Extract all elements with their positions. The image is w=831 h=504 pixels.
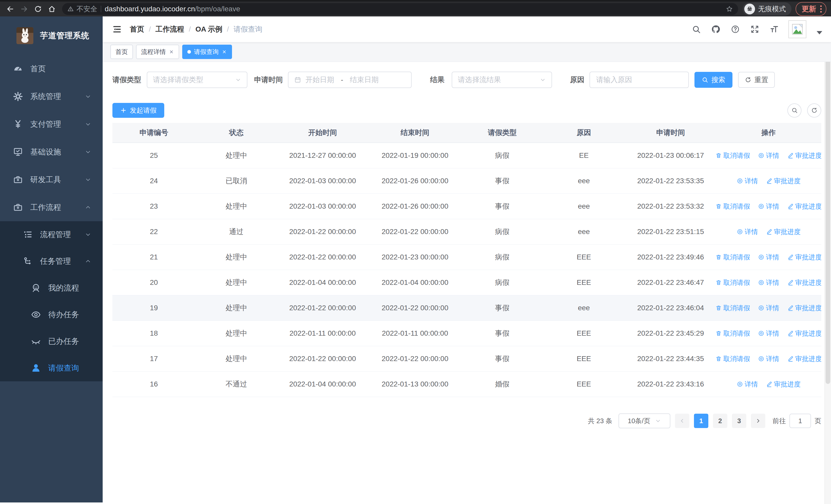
tab-process-detail[interactable]: 流程详情 bbox=[136, 45, 179, 59]
browser-forward-button[interactable] bbox=[19, 3, 30, 14]
action-approval-progress[interactable]: 审批进度 bbox=[787, 329, 822, 338]
cell-start: 2022-01-22 00:00:00 bbox=[278, 253, 368, 261]
action-approval-progress[interactable]: 审批进度 bbox=[766, 380, 801, 389]
breadcrumb-item-home[interactable]: 首页 bbox=[130, 24, 144, 34]
sidebar-collapse-button[interactable] bbox=[111, 24, 123, 35]
pen-icon bbox=[787, 254, 794, 261]
action-cancel-leave[interactable]: 取消请假 bbox=[716, 329, 750, 338]
action-approval-progress[interactable]: 审批进度 bbox=[766, 177, 801, 185]
next-page-button[interactable] bbox=[751, 414, 765, 428]
action-cancel-leave[interactable]: 取消请假 bbox=[716, 278, 750, 287]
sidebar-item-dev-tools[interactable]: 研发工具 bbox=[0, 166, 103, 194]
action-label: 审批进度 bbox=[774, 177, 801, 185]
close-icon[interactable] bbox=[169, 49, 174, 54]
browser-update-button[interactable]: 更新 bbox=[796, 2, 826, 16]
action-approval-progress[interactable]: 审批进度 bbox=[787, 354, 822, 363]
sidebar-item-infrastructure[interactable]: 基础设施 bbox=[0, 138, 103, 166]
goto-page-input[interactable] bbox=[790, 414, 811, 428]
action-view-detail[interactable]: 详情 bbox=[758, 202, 779, 211]
search-icon bbox=[791, 107, 798, 114]
toggle-search-button[interactable] bbox=[787, 103, 801, 118]
action-approval-progress[interactable]: 审批进度 bbox=[787, 304, 822, 313]
sidebar-item-process-management[interactable]: 流程管理 bbox=[0, 221, 103, 248]
sidebar-submenu-workflow: 流程管理任务管理我的流程待办任务已办任务请假查询 bbox=[0, 221, 103, 381]
action-view-detail[interactable]: 详情 bbox=[758, 304, 779, 313]
browser-back-button[interactable] bbox=[5, 3, 16, 14]
browser-reload-button[interactable] bbox=[32, 3, 44, 14]
sidebar-item-task-management[interactable]: 任务管理 bbox=[0, 248, 103, 274]
sidebar-item-label: 研发工具 bbox=[30, 175, 61, 185]
action-approval-progress[interactable]: 审批进度 bbox=[787, 253, 822, 262]
action-view-detail[interactable]: 详情 bbox=[737, 227, 758, 236]
action-cancel-leave[interactable]: 取消请假 bbox=[716, 354, 750, 363]
detail-eye-icon bbox=[758, 152, 765, 159]
font-size-button[interactable] bbox=[769, 24, 780, 35]
yen-icon bbox=[13, 119, 23, 129]
user-menu-caret-icon[interactable] bbox=[816, 31, 822, 34]
sidebar-item-payment-management[interactable]: 支付管理 bbox=[0, 110, 103, 138]
address-bar[interactable]: 不安全 dashboard.yudao.iocoder.cn/bpm/oa/le… bbox=[62, 3, 738, 15]
action-view-detail[interactable]: 详情 bbox=[758, 253, 779, 262]
tab-leave-query[interactable]: 请假查询 bbox=[182, 45, 232, 59]
action-view-detail[interactable]: 详情 bbox=[758, 278, 779, 287]
page-button-2[interactable]: 2 bbox=[713, 414, 727, 428]
window-scrollbar[interactable] bbox=[825, 18, 831, 504]
action-view-detail[interactable]: 详情 bbox=[737, 380, 758, 389]
sidebar-item-home[interactable]: 首页 bbox=[0, 55, 103, 83]
action-cancel-leave[interactable]: 取消请假 bbox=[716, 202, 750, 211]
search-submit-button[interactable]: 搜索 bbox=[694, 72, 733, 88]
action-view-detail[interactable]: 详情 bbox=[737, 177, 758, 185]
action-approval-progress[interactable]: 审批进度 bbox=[766, 227, 801, 236]
result-select[interactable]: 请选择流结果 bbox=[452, 71, 552, 88]
action-cancel-leave[interactable]: 取消请假 bbox=[716, 151, 750, 160]
cell-id: 19 bbox=[112, 304, 195, 312]
apply-date-range-picker[interactable]: 开始日期 - 结束日期 bbox=[288, 71, 412, 88]
cell-id: 21 bbox=[112, 253, 195, 261]
tab-home[interactable]: 首页 bbox=[110, 45, 133, 59]
leave-type-select[interactable]: 请选择请假类型 bbox=[147, 71, 248, 88]
breadcrumb-item-workflow[interactable]: 工作流程 bbox=[155, 24, 184, 34]
page-button-3[interactable]: 3 bbox=[732, 414, 746, 428]
sidebar-item-my-process[interactable]: 我的流程 bbox=[0, 274, 103, 301]
page-button-1[interactable]: 1 bbox=[694, 414, 708, 428]
tags-view-bar: 首页流程详情请假查询 bbox=[103, 42, 831, 62]
bookmark-star-button[interactable] bbox=[726, 5, 733, 12]
search-button[interactable] bbox=[691, 24, 701, 35]
browser-menu-icon[interactable] bbox=[820, 5, 822, 12]
reset-button[interactable]: 重置 bbox=[738, 72, 775, 88]
scrollbar-thumb[interactable] bbox=[826, 20, 830, 384]
trash-icon bbox=[716, 330, 722, 337]
page-size-select[interactable]: 10条/页 bbox=[619, 413, 670, 428]
action-approval-progress[interactable]: 审批进度 bbox=[787, 151, 822, 160]
refresh-table-button[interactable] bbox=[807, 103, 821, 118]
user-avatar[interactable] bbox=[789, 20, 806, 38]
browser-home-button[interactable] bbox=[46, 3, 57, 14]
sidebar-item-system-management[interactable]: 系统管理 bbox=[0, 83, 103, 110]
action-view-detail[interactable]: 详情 bbox=[758, 329, 779, 338]
breadcrumb-item-oa-example[interactable]: OA 示例 bbox=[196, 24, 223, 34]
fullscreen-button[interactable] bbox=[749, 24, 760, 35]
cell-reason: eee bbox=[542, 228, 625, 236]
security-warning[interactable]: 不安全 bbox=[67, 4, 97, 13]
action-view-detail[interactable]: 详情 bbox=[758, 354, 779, 363]
sidebar-item-done-tasks[interactable]: 已办任务 bbox=[0, 328, 103, 355]
github-button[interactable] bbox=[710, 24, 721, 35]
cell-type: 事假 bbox=[462, 202, 542, 211]
table-row: 20处理中2022-01-04 00:00:002022-01-04 00:00… bbox=[112, 270, 821, 295]
close-icon[interactable] bbox=[222, 49, 227, 54]
chevron-down-icon bbox=[85, 93, 91, 100]
sidebar-item-todo-tasks[interactable]: 待办任务 bbox=[0, 301, 103, 328]
help-button[interactable] bbox=[730, 24, 741, 35]
sidebar-item-leave-query[interactable]: 请假查询 bbox=[0, 355, 103, 381]
reason-input[interactable] bbox=[596, 76, 683, 84]
action-view-detail[interactable]: 详情 bbox=[758, 151, 779, 160]
sidebar-logo-row[interactable]: 芋道管理系统 bbox=[0, 17, 103, 55]
action-cancel-leave[interactable]: 取消请假 bbox=[716, 253, 750, 262]
sidebar-item-workflow[interactable]: 工作流程 bbox=[0, 194, 103, 221]
cell-status: 处理中 bbox=[195, 328, 278, 338]
action-cancel-leave[interactable]: 取消请假 bbox=[716, 304, 750, 313]
action-approval-progress[interactable]: 审批进度 bbox=[787, 202, 822, 211]
action-approval-progress[interactable]: 审批进度 bbox=[787, 278, 822, 287]
prev-page-button[interactable] bbox=[675, 414, 689, 428]
create-leave-button[interactable]: 发起请假 bbox=[112, 103, 164, 118]
